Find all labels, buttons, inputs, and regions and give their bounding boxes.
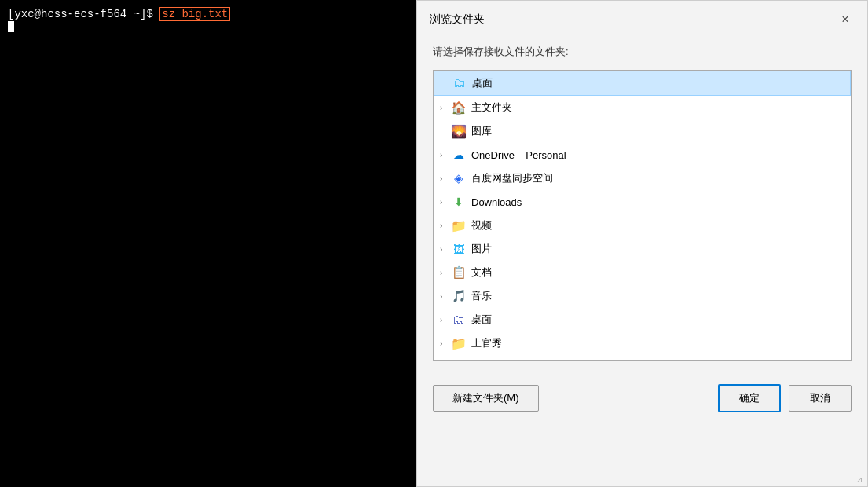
folder-docs-icon: 📋 xyxy=(451,265,467,280)
folder-home-icon: 🏠 xyxy=(451,100,467,115)
filetree-container[interactable]: 🗂 桌面 › 🏠 主文件夹 🌄 图库 › ☁ OneDrive – Person… xyxy=(433,70,852,361)
folder-onedrive-icon: ☁ xyxy=(451,147,467,163)
tree-item-downloads-label: Downloads xyxy=(471,196,522,208)
folder-pictures-icon: 🖼 xyxy=(451,241,467,257)
tree-item-desktop-label: 桌面 xyxy=(472,76,493,90)
chevron-downloads: › xyxy=(440,198,451,207)
terminal-cursor xyxy=(8,21,14,32)
folder-desktop2-icon: 🗂 xyxy=(451,312,467,328)
tree-item-music[interactable]: › 🎵 音乐 xyxy=(434,284,851,308)
tree-item-shangguanxiu-label: 上官秀 xyxy=(471,336,502,350)
folder-gallery-icon: 🌄 xyxy=(451,123,467,139)
tree-item-shangguanxiu[interactable]: › 📁 上官秀 xyxy=(434,331,851,355)
tree-item-gallery[interactable]: 🌄 图库 xyxy=(434,119,851,143)
ok-button[interactable]: 确定 xyxy=(718,384,781,412)
folder-shangguanxiu-icon: 📁 xyxy=(451,335,467,351)
chevron-baidu: › xyxy=(440,174,451,183)
chevron-desktop2: › xyxy=(440,316,451,324)
resize-handle[interactable]: ⊿ xyxy=(856,475,866,485)
folder-downloads-icon: ⬇ xyxy=(451,194,467,210)
new-folder-button[interactable]: 新建文件夹(M) xyxy=(433,385,539,412)
chevron-video: › xyxy=(440,222,451,230)
tree-item-docs-label: 文档 xyxy=(471,265,492,280)
browse-folder-dialog: 浏览文件夹 × 请选择保存接收文件的文件夹: 🗂 桌面 › 🏠 主文件夹 🌄 xyxy=(416,0,868,487)
chevron-docs: › xyxy=(440,269,451,277)
tree-item-onedrive-label: OneDrive – Personal xyxy=(471,149,566,161)
tree-item-downloads[interactable]: › ⬇ Downloads xyxy=(434,190,851,214)
terminal-prompt: [yxc@hcss-ecs-f564 ~]$ xyxy=(8,8,159,20)
dialog-title: 浏览文件夹 xyxy=(430,13,485,27)
chevron-shangguanxiu: › xyxy=(440,339,451,348)
dialog-titlebar: 浏览文件夹 × xyxy=(417,1,867,35)
tree-item-video[interactable]: › 📁 视频 xyxy=(434,214,851,237)
chevron-onedrive: › xyxy=(440,151,451,159)
tree-item-pictures[interactable]: › 🖼 图片 xyxy=(434,237,851,261)
tree-item-onedrive[interactable]: › ☁ OneDrive – Personal xyxy=(434,143,851,167)
tree-item-gallery-label: 图库 xyxy=(471,124,492,138)
tree-item-baidu[interactable]: › ◈ 百度网盘同步空间 xyxy=(434,167,851,190)
folder-video-icon: 📁 xyxy=(451,218,467,233)
terminal-command: sz big.txt xyxy=(159,7,230,21)
tree-item-home-label: 主文件夹 xyxy=(471,101,512,115)
dialog-instruction: 请选择保存接收文件的文件夹: xyxy=(433,45,852,59)
dialog-close-button[interactable]: × xyxy=(836,10,855,29)
cancel-button[interactable]: 取消 xyxy=(789,385,852,412)
chevron-music: › xyxy=(440,292,451,301)
tree-item-desktop2[interactable]: › 🗂 桌面 xyxy=(434,308,851,331)
dialog-body: 请选择保存接收文件的文件夹: 🗂 桌面 › 🏠 主文件夹 🌄 图库 xyxy=(417,35,867,373)
tree-item-music-label: 音乐 xyxy=(471,289,492,303)
folder-desktop-icon: 🗂 xyxy=(452,75,467,91)
tree-item-desktop2-label: 桌面 xyxy=(471,313,492,327)
chevron-home: › xyxy=(440,104,451,112)
chevron-pictures: › xyxy=(440,245,451,254)
dialog-buttons-area: 新建文件夹(M) 确定 取消 xyxy=(417,373,867,423)
tree-item-home[interactable]: › 🏠 主文件夹 xyxy=(434,96,851,119)
folder-baidu-icon: ◈ xyxy=(451,170,467,186)
tree-item-video-label: 视频 xyxy=(471,218,492,233)
tree-item-pictures-label: 图片 xyxy=(471,242,492,256)
folder-music-icon: 🎵 xyxy=(451,288,467,304)
tree-item-baidu-label: 百度网盘同步空间 xyxy=(471,171,553,185)
tree-item-desktop[interactable]: 🗂 桌面 xyxy=(434,71,851,96)
tree-item-docs[interactable]: › 📋 文档 xyxy=(434,261,851,284)
